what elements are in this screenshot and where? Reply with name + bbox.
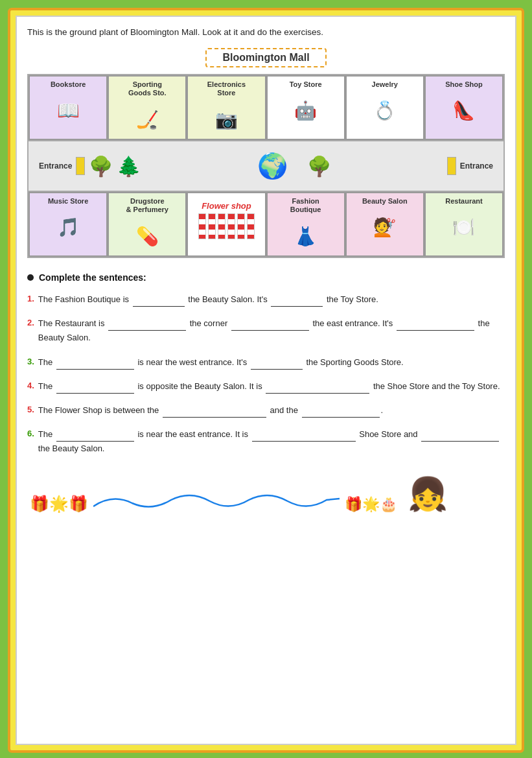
store-sporting-name: SportingGoods Sto. [128,80,167,97]
mall-title-wrapper: Bloomington Mall [27,48,505,67]
exercise-4: 4. The is opposite the Beauty Salon. It … [27,379,505,394]
store-bookstore-icon-area: 📖 [32,91,104,127]
entrance-right-label: Entrance [460,161,493,171]
exercise-header: Complete the sentences: [27,272,505,283]
bookstore-icon: 📖 [57,100,80,121]
corridor: Entrance 🌳 🌲 🌍 🌳 Entrance [29,140,503,192]
store-shoeshop-name: Shoe Shop [445,80,482,89]
blank-2b[interactable] [231,316,309,331]
blank-3b[interactable] [251,355,303,370]
store-music: Music Store 🎵 [29,192,108,257]
inner-page: This is the ground plant of Bloomington … [16,16,516,745]
exercise-4-text: The is opposite the Beauty Salon. It is … [38,379,500,394]
entrance-left-label: Entrance [39,161,72,171]
store-fashion: FashionBoutique 👗 [266,192,345,257]
store-sporting: SportingGoods Sto. 🏒 [108,75,187,140]
fashion-icon: 👗 [294,226,317,247]
blank-5a[interactable] [163,403,266,418]
stripe-4 [227,213,235,239]
mall-map: Bookstore 📖 SportingGoods Sto. 🏒 Electro… [27,74,505,258]
store-beauty-icon-area: 💇 [349,208,421,244]
blank-4b[interactable] [266,379,369,394]
store-drugstore: Drugstore& Perfumery 💊 [108,192,187,257]
exercise-num-6: 6. [27,427,34,456]
store-jewelry-icon-area: 💍 [349,91,421,127]
exercise-num-4: 4. [27,379,34,394]
exercise-num-3: 3. [27,355,34,370]
exercises-section: Complete the sentences: 1. The Fashion B… [27,272,505,456]
top-store-row: Bookstore 📖 SportingGoods Sto. 🏒 Electro… [29,75,503,140]
store-restaurant-name: Restaurant [445,197,482,206]
exercise-2: 2. The Restaurant is the corner the east… [27,316,505,345]
exercise-3-text: The is near the west entrance. It's the … [38,355,404,370]
electronics-icon: 📷 [215,109,238,130]
exercise-num-1: 1. [27,292,34,307]
corridor-center: 🌍 🌳 [257,152,331,180]
store-jewelry-name: Jewelry [372,80,398,89]
toystore-icon: 🤖 [294,100,317,121]
blank-2c[interactable] [397,316,474,331]
jewelry-icon: 💍 [373,100,396,121]
store-jewelry: Jewelry 💍 [345,75,424,140]
exercise-1-text: The Fashion Boutique is the Beauty Salon… [38,292,378,307]
blank-2a[interactable] [108,316,186,331]
store-electronics-name: ElectronicsStore [207,80,246,97]
blank-6c[interactable] [421,427,499,442]
blank-4a[interactable] [56,379,134,394]
exercise-5: 5. The Flower Shop is between the and th… [27,403,505,418]
store-shoeshop-icon-area: 👠 [428,91,500,127]
store-beauty-name: Beauty Salon [362,197,408,206]
store-fashion-icon-area: 👗 [270,217,341,253]
store-flowershop: Flower shop [187,192,266,257]
blank-1a[interactable] [133,292,185,307]
deco-gifts-left: 🎁🌟🎁 [30,495,88,513]
store-electronics: ElectronicsStore 📷 [187,75,266,140]
bullet-dot [27,274,34,281]
exercise-5-text: The Flower Shop is between the and the . [38,403,383,418]
exercise-num-5: 5. [27,403,34,418]
store-electronics-icon-area: 📷 [191,101,262,136]
store-fashion-name: FashionBoutique [290,197,321,214]
tree-left-icon: 🌳 [89,155,113,178]
stripe-2 [208,213,216,239]
exercise-6: 6. The is near the east entrance. It is … [27,427,505,456]
blank-1b[interactable] [271,292,323,307]
intro-text: This is the ground plant of Bloomington … [27,26,505,39]
entrance-right-block [447,157,456,175]
store-music-icon-area: 🎵 [32,208,104,244]
blank-6b[interactable] [252,427,356,442]
store-music-name: Music Store [48,197,88,206]
store-toystore: Toy Store 🤖 [266,75,345,140]
bottom-decoration: 🎁🌟🎁 🎁🌟🎂 👧 [27,475,505,513]
stripe-3 [218,213,226,239]
shoeshop-icon: 👠 [452,100,475,121]
bottom-store-row: Music Store 🎵 Drugstore& Perfumery 💊 Flo… [29,192,503,257]
bush-left-icon: 🌲 [117,155,141,178]
exercise-title: Complete the sentences: [39,272,146,283]
exercise-2-text: The Restaurant is the corner the east en… [38,316,505,345]
blank-6a[interactable] [56,427,134,442]
exercise-num-2: 2. [27,316,34,345]
store-restaurant-icon-area: 🍽️ [428,208,500,244]
exercise-6-text: The is near the east entrance. It is Sho… [38,427,505,456]
store-restaurant: Restaurant 🍽️ [424,192,503,257]
entrance-left-block [76,157,85,175]
store-bookstore: Bookstore 📖 [29,75,108,140]
stripe-6 [247,213,255,239]
deco-gifts-right: 🎁🌟🎂 [345,496,397,513]
entrance-left: Entrance 🌳 🌲 [39,155,141,178]
sporting-icon: 🏒 [136,109,159,130]
blank-3a[interactable] [56,355,134,370]
store-sporting-icon-area: 🏒 [111,101,183,136]
restaurant-icon: 🍽️ [452,217,475,238]
entrance-right: Entrance [447,157,493,175]
blank-5b[interactable] [302,403,380,418]
stripe-5 [237,213,245,239]
stripe-1 [198,213,206,239]
store-beauty: Beauty Salon 💇 [345,192,424,257]
deco-girl-icon: 👧 [408,475,448,513]
music-icon: 🎵 [57,217,80,238]
store-drugstore-icon-area: 💊 [111,217,183,253]
flower-shop-sign: Flower shop [202,201,251,211]
globe-icon: 🌍 [257,152,288,180]
